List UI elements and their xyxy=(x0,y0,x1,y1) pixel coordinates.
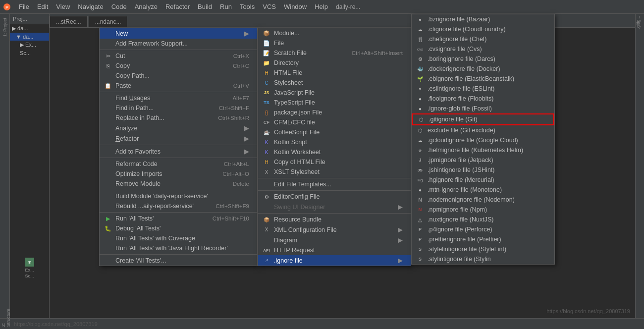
menu-item-add-framework[interactable]: Add Framework Support... xyxy=(100,39,257,49)
menu-item-stylintignore[interactable]: S .stylintignore file (Stylin xyxy=(412,254,554,264)
menu-item-new[interactable]: New ▶ xyxy=(100,28,257,39)
menu-item-find-usages[interactable]: Find Usages Alt+F7 xyxy=(100,93,257,103)
menu-item-build-module[interactable]: Build Module 'daily-report-service' xyxy=(100,191,257,201)
menu-item-js-file[interactable]: JS JavaScript File xyxy=(258,88,411,98)
menu-item-cfml[interactable]: CF CFML/CFC file xyxy=(258,117,411,127)
menu-item-resource-bundle[interactable]: 📦 Resource Bundle xyxy=(258,215,411,224)
menu-vcs[interactable]: VCS xyxy=(259,2,280,11)
menu-item-scratch-file[interactable]: 📝 Scratch File Ctrl+Alt+Shift+Insert xyxy=(258,48,411,58)
menu-item-cfignore[interactable]: ☁ .cfignore file (CloudFoundry) xyxy=(412,24,554,34)
menu-item-http-request[interactable]: API HTTP Request xyxy=(258,245,411,255)
menu-item-boringignore[interactable]: ⚙ .boringignore file (Darcs) xyxy=(412,54,554,64)
menu-item-flooignore[interactable]: ● .flooignore file (Floobits) xyxy=(412,94,554,104)
menu-item-optimize-imports[interactable]: Optimize Imports Ctrl+Alt+O xyxy=(100,169,257,179)
menu-item-jpmignore[interactable]: J .jpmignore file (Jetpack) xyxy=(412,155,554,165)
menu-item-module[interactable]: 📦 Module... xyxy=(258,28,411,38)
separator-1 xyxy=(100,50,257,50)
menu-item-git-exclude[interactable]: ⬡ exclude file (Git exclude) xyxy=(412,125,554,135)
menu-item-gitignore[interactable]: ⬡ .gitignore file (Git) xyxy=(412,113,554,125)
menu-item-cut[interactable]: ✂ Cut Ctrl+X xyxy=(100,51,257,61)
context-menu-level3: ● .bzrignore file (Bazaar) ☁ .cfignore f… xyxy=(411,14,555,265)
menu-item-run-with-coverage[interactable]: Run 'All Tests' with Coverage xyxy=(100,233,257,243)
tree-item-da2[interactable]: ▼ da... xyxy=(10,33,49,41)
bottom-bar: Z: Structure https://blog.csdn.net/qq_20… xyxy=(0,318,644,329)
menu-item-reformat[interactable]: Reformat Code Ctrl+Alt+L xyxy=(100,159,257,169)
separator-3 xyxy=(100,145,257,145)
menu-item-refactor[interactable]: Refactor ▶ xyxy=(100,133,257,144)
menu-item-chefignore[interactable]: 🍴 .chefignore file (Chef) xyxy=(412,34,554,44)
menu-item-file[interactable]: 📄 File xyxy=(258,38,411,48)
menu-item-dockerignore[interactable]: 🐳 .dockerignore file (Docker) xyxy=(412,64,554,74)
menubar: P File Edit View Navigate Code Analyze R… xyxy=(0,0,644,14)
menu-item-ignore-file[interactable]: .* .ignore file ▶ xyxy=(258,255,411,266)
menu-item-find-in-path[interactable]: Find in Path... Ctrl+Shift+F xyxy=(100,103,257,113)
menu-item-bzrignore[interactable]: ● .bzrignore file (Bazaar) xyxy=(412,14,554,24)
project-panel-label[interactable]: 1: Project xyxy=(2,18,7,37)
menu-analyze[interactable]: Analyze xyxy=(131,2,161,11)
menu-item-stylesheet[interactable]: C Stylesheet xyxy=(258,78,411,88)
menu-item-nodemonignore[interactable]: N .nodemonignore file (Nodemon) xyxy=(412,195,554,205)
menu-item-eslintignore[interactable]: ● .eslintignore file (ESLint) xyxy=(412,84,554,94)
menu-item-copy-html[interactable]: H Copy of HTML File xyxy=(258,157,411,167)
menu-window[interactable]: Window xyxy=(280,2,311,11)
menu-item-ebignore[interactable]: 🌱 .ebignore file (ElasticBeanstalk) xyxy=(412,74,554,84)
menu-item-swing-ui[interactable]: Swing UI Designer ▶ xyxy=(258,202,411,212)
menu-item-npmignore[interactable]: N .npmignore file (Npm) xyxy=(412,205,554,215)
menu-item-package-json[interactable]: {} package.json File xyxy=(258,108,411,117)
menu-item-gcloudignore[interactable]: ☁ .gcloudignore file (Google Cloud) xyxy=(412,135,554,145)
menu-item-add-favorites[interactable]: Add to Favorites ▶ xyxy=(100,146,257,157)
menu-item-paste[interactable]: 📋 Paste Ctrl+V xyxy=(100,81,257,91)
menu-item-copy-path[interactable]: Copy Path... xyxy=(100,71,257,81)
menu-item-jshintignore[interactable]: JS .jshintignore file (JSHint) xyxy=(412,165,554,175)
menu-item-remove-module[interactable]: Remove Module Delete xyxy=(100,179,257,189)
menu-build[interactable]: Build xyxy=(194,2,216,11)
menu-help[interactable]: Help xyxy=(311,2,332,11)
menu-item-stylelintignore[interactable]: S .stylelintignore file (StyleLint) xyxy=(412,244,554,254)
menu-item-run-with-jfr[interactable]: Run 'All Tests' with 'Java Flight Record… xyxy=(100,243,257,253)
menu-item-prettierignore[interactable]: P .prettierignore file (Prettier) xyxy=(412,234,554,244)
menu-run[interactable]: Run xyxy=(216,2,236,11)
menu-item-xml-config[interactable]: X XML Configuration File ▶ xyxy=(258,224,411,235)
menu-view[interactable]: View xyxy=(52,2,74,11)
menu-item-ts-file[interactable]: TS TypeScript File xyxy=(258,98,411,108)
menu-item-kotlin-script[interactable]: K Kotlin Script xyxy=(258,137,411,147)
menu-edit[interactable]: Edit xyxy=(33,2,52,11)
menu-item-edit-file-templates[interactable]: Edit File Templates... xyxy=(258,179,411,189)
menu-item-replace-in-path[interactable]: Replace in Path... Ctrl+Shift+R xyxy=(100,113,257,123)
tree-item-sc[interactable]: Sc... xyxy=(10,49,49,57)
menu-item-kotlin-worksheet[interactable]: K Kotlin Worksheet xyxy=(258,147,411,157)
menu-item-nuxtignore[interactable]: △ .nuxtignore file (NuxtJS) xyxy=(412,215,554,224)
menu-item-copy[interactable]: ⎘ Copy Ctrl+C xyxy=(100,61,257,71)
menu-item-coffeescript[interactable]: ☕ CoffeeScript File xyxy=(258,127,411,137)
menu-refactor[interactable]: Refactor xyxy=(161,2,194,11)
menu-item-create-all-tests[interactable]: Create 'All Tests'... xyxy=(100,256,257,266)
menu-item-p4ignore[interactable]: P .p4ignore file (Perforce) xyxy=(412,224,554,234)
menu-item-mtnignore[interactable]: ● .mtn-ignore file (Monotone) xyxy=(412,185,554,195)
menu-item-ignore-glob[interactable]: ● .ignore-glob file (Fossil) xyxy=(412,104,554,113)
menu-item-hgignore[interactable]: Hg .hgignore file (Mercurial) xyxy=(412,175,554,185)
menu-item-editorconfig[interactable]: ⚙ EditorConfig File xyxy=(258,192,411,202)
tab-stRec[interactable]: ...stRec... xyxy=(50,16,88,27)
menu-code[interactable]: Code xyxy=(107,2,131,11)
menu-item-run-all-tests[interactable]: ▶ Run 'All Tests' Ctrl+Shift+F10 xyxy=(100,214,257,223)
menu-item-diagram[interactable]: Diagram ▶ xyxy=(258,235,411,245)
menu-item-directory[interactable]: 📁 Directory xyxy=(258,58,411,68)
project-panel: Proj... ▶ da... ▼ da... ▶ Ex... Sc... m … xyxy=(10,14,50,329)
menu-item-analyze[interactable]: Analyze ▶ xyxy=(100,123,257,133)
menu-item-html-file[interactable]: H HTML File xyxy=(258,68,411,78)
tab-ndanc[interactable]: ...ndanc... xyxy=(89,16,128,27)
svg-text:P: P xyxy=(5,5,8,10)
menu-file[interactable]: File xyxy=(15,2,33,11)
right-sidebar: .gitig... xyxy=(635,14,644,329)
structure-label[interactable]: Z: Structure xyxy=(1,309,11,327)
menu-tools[interactable]: Tools xyxy=(236,2,259,11)
separator-7 xyxy=(100,254,257,255)
menu-item-xslt[interactable]: X XSLT Stylesheet xyxy=(258,167,411,177)
menu-navigate[interactable]: Navigate xyxy=(74,2,107,11)
tree-item-da1[interactable]: ▶ da... xyxy=(10,24,49,33)
menu-item-rebuild[interactable]: Rebuild ...aily-report-service' Ctrl+Shi… xyxy=(100,201,257,211)
menu-item-helmignore[interactable]: ⎈ .helmignore file (Kubernetes Helm) xyxy=(412,145,554,155)
tree-item-ex[interactable]: ▶ Ex... xyxy=(10,41,49,49)
menu-item-debug-all-tests[interactable]: 🐛 Debug 'All Tests' xyxy=(100,223,257,233)
menu-item-cvsignore[interactable]: cvs .cvsignore file (Cvs) xyxy=(412,44,554,54)
